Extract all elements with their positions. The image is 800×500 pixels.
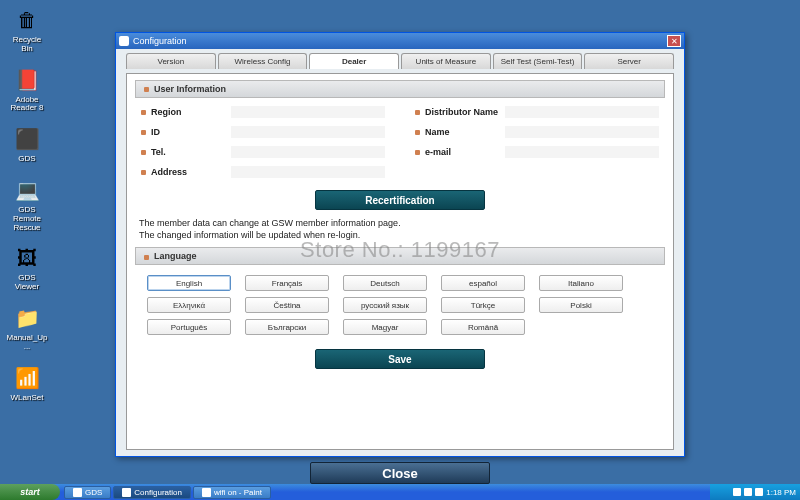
language-option[interactable]: Türkçe — [441, 297, 525, 313]
user-info-header: User Information — [135, 80, 665, 98]
field-label: Distributor Name — [415, 107, 505, 117]
icon-image: 💻 — [13, 176, 41, 204]
icon-label: GDS — [18, 155, 35, 164]
icon-label: Adobe Reader 8 — [6, 96, 48, 114]
field-label: Address — [141, 167, 231, 177]
language-option[interactable]: Română — [441, 319, 525, 335]
content-area: User Information RegionIDTel.Address Dis… — [126, 73, 674, 450]
field-value — [505, 106, 659, 118]
tab-server[interactable]: Server — [584, 53, 674, 69]
language-header: Language — [135, 247, 665, 265]
close-icon[interactable]: ✕ — [667, 35, 681, 47]
field-row: e-mail — [415, 146, 659, 158]
window-icon — [119, 36, 129, 46]
field-row: Tel. — [141, 146, 385, 158]
desktop-icons: 🗑Recycle Bin📕Adobe Reader 8⬛GDS💻GDS Remo… — [6, 6, 48, 402]
taskbar-button[interactable]: Configuration — [113, 486, 191, 499]
field-row: Region — [141, 106, 385, 118]
language-option[interactable]: Polski — [539, 297, 623, 313]
desktop-icon[interactable]: 📶WLanSet — [6, 364, 48, 403]
configuration-window: Configuration ✕ VersionWireless ConfigDe… — [115, 32, 685, 457]
info-text: The member data can change at GSW member… — [135, 216, 665, 247]
field-label: Name — [415, 127, 505, 137]
taskbar-button-icon — [122, 488, 131, 497]
save-button[interactable]: Save — [315, 349, 485, 369]
desktop-icon[interactable]: 🖼GDS Viewer — [6, 244, 48, 292]
language-option[interactable]: English — [147, 275, 231, 291]
field-label: Tel. — [141, 147, 231, 157]
field-row: Name — [415, 126, 659, 138]
tab-self[interactable]: Self Test (Semi-Test) — [493, 53, 583, 69]
taskbar-button[interactable]: wifi on - Paint — [193, 486, 271, 499]
language-option[interactable]: Ελληνικά — [147, 297, 231, 313]
field-label: Region — [141, 107, 231, 117]
language-option[interactable]: Deutsch — [343, 275, 427, 291]
close-button[interactable]: Close — [310, 462, 490, 484]
tab-version[interactable]: Version — [126, 53, 216, 69]
tray-icon[interactable] — [744, 488, 752, 496]
tray-icon[interactable] — [733, 488, 741, 496]
field-row: ID — [141, 126, 385, 138]
language-row: PortuguêsБългарскиMagyarRomână — [147, 319, 653, 335]
field-value — [231, 146, 385, 158]
icon-label: WLanSet — [11, 394, 44, 403]
icon-image: 📕 — [13, 66, 41, 94]
field-value — [231, 106, 385, 118]
language-option[interactable]: Français — [245, 275, 329, 291]
language-grid: EnglishFrançaisDeutschespañolItalianoΕλλ… — [135, 271, 665, 341]
tab-dealer[interactable]: Dealer — [309, 53, 399, 69]
field-row: Address — [141, 166, 385, 178]
tab-units[interactable]: Units of Measure — [401, 53, 491, 69]
field-value — [505, 146, 659, 158]
recertification-button[interactable]: Recertification — [315, 190, 485, 210]
icon-image: 📁 — [13, 304, 41, 332]
icon-image: 🖼 — [13, 244, 41, 272]
start-button[interactable]: start — [0, 484, 60, 500]
titlebar[interactable]: Configuration ✕ — [116, 33, 684, 49]
language-option[interactable]: Italiano — [539, 275, 623, 291]
clock: 1:18 PM — [766, 488, 796, 497]
language-option[interactable]: Magyar — [343, 319, 427, 335]
user-col-left: RegionIDTel.Address — [141, 106, 385, 178]
taskbar-button-icon — [73, 488, 82, 497]
language-option[interactable]: русский язык — [343, 297, 427, 313]
user-info-fields: RegionIDTel.Address Distributor NameName… — [135, 104, 665, 186]
language-option[interactable]: Português — [147, 319, 231, 335]
language-option[interactable]: español — [441, 275, 525, 291]
taskbar: start GDSConfigurationwifi on - Paint 1:… — [0, 484, 800, 500]
icon-image: 📶 — [13, 364, 41, 392]
desktop-icon[interactable]: 💻GDS Remote Rescue — [6, 176, 48, 232]
taskbar-button[interactable]: GDS — [64, 486, 111, 499]
task-buttons: GDSConfigurationwifi on - Paint — [60, 484, 710, 500]
window-title: Configuration — [133, 36, 187, 46]
desktop-icon[interactable]: 📁Manual_Up... — [6, 304, 48, 352]
icon-image: 🗑 — [13, 6, 41, 34]
tab-bar: VersionWireless ConfigDealerUnits of Mea… — [126, 53, 674, 69]
tray-icon[interactable] — [755, 488, 763, 496]
field-row: Distributor Name — [415, 106, 659, 118]
desktop-icon[interactable]: 🗑Recycle Bin — [6, 6, 48, 54]
close-bar: Close — [115, 462, 685, 484]
language-option[interactable]: Български — [245, 319, 329, 335]
icon-label: Manual_Up... — [6, 334, 48, 352]
language-row: ΕλληνικάČeštinaрусский языкTürkçePolski — [147, 297, 653, 313]
tab-wireless[interactable]: Wireless Config — [218, 53, 308, 69]
language-row: EnglishFrançaisDeutschespañolItaliano — [147, 275, 653, 291]
desktop-icon[interactable]: 📕Adobe Reader 8 — [6, 66, 48, 114]
desktop-icon[interactable]: ⬛GDS — [6, 125, 48, 164]
field-value — [231, 166, 385, 178]
icon-label: GDS Remote Rescue — [6, 206, 48, 232]
window-body: VersionWireless ConfigDealerUnits of Mea… — [116, 49, 684, 456]
icon-label: GDS Viewer — [6, 274, 48, 292]
taskbar-button-icon — [202, 488, 211, 497]
field-label: e-mail — [415, 147, 505, 157]
icon-label: Recycle Bin — [6, 36, 48, 54]
user-col-right: Distributor NameNamee-mail — [415, 106, 659, 178]
icon-image: ⬛ — [13, 125, 41, 153]
field-value — [231, 126, 385, 138]
field-value — [505, 126, 659, 138]
language-option[interactable]: Čeština — [245, 297, 329, 313]
field-label: ID — [141, 127, 231, 137]
system-tray[interactable]: 1:18 PM — [710, 484, 800, 500]
